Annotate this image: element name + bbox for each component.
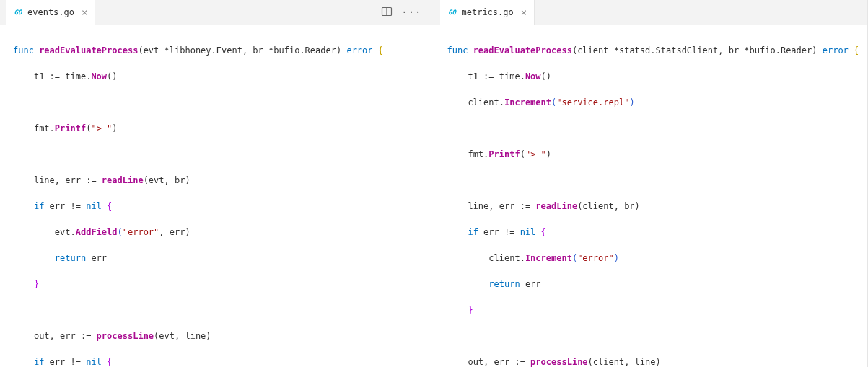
tab-actions-left: ···	[381, 6, 427, 19]
code-line: if err != nil {	[13, 355, 434, 367]
tab-label: events.go	[27, 7, 74, 17]
code-line: client.Increment("error")	[447, 252, 868, 265]
editor-pane-left: GO events.go × ··· func readEvaluateProc…	[0, 0, 434, 367]
code-line: t1 := time.Now()	[13, 70, 434, 83]
code-line: fmt.Printf("> ")	[13, 122, 434, 135]
code-line	[13, 96, 434, 109]
code-line	[447, 122, 868, 135]
go-file-icon: GO	[13, 7, 23, 17]
code-line: return err	[447, 278, 868, 291]
code-line	[13, 148, 434, 161]
code-line: if err != nil {	[13, 200, 434, 213]
code-line	[447, 174, 868, 187]
code-line: if err != nil {	[447, 226, 868, 239]
code-line: func readEvaluateProcess(client *statsd.…	[447, 44, 868, 57]
tab-label: metrics.go	[462, 7, 514, 17]
tabbar-left: GO events.go × ···	[0, 0, 434, 25]
code-line: t1 := time.Now()	[447, 70, 868, 83]
editor-right[interactable]: func readEvaluateProcess(client *statsd.…	[434, 25, 868, 367]
code-line: line, err := readLine(client, br)	[447, 200, 868, 213]
code-line	[13, 304, 434, 317]
code-line: return err	[13, 252, 434, 265]
code-line: line, err := readLine(evt, br)	[13, 174, 434, 187]
tab-metrics-go[interactable]: GO metrics.go ×	[440, 0, 535, 25]
code-line: out, err := processLine(client, line)	[447, 355, 868, 367]
go-file-icon: GO	[447, 7, 457, 17]
code-line: fmt.Printf("> ")	[447, 148, 868, 161]
code-line: }	[13, 278, 434, 291]
editor-pane-right: GO metrics.go × func readEvaluateProcess…	[434, 0, 869, 367]
code-line: func readEvaluateProcess(evt *libhoney.E…	[13, 44, 434, 57]
code-line: client.Increment("service.repl")	[447, 96, 868, 109]
more-icon[interactable]: ···	[401, 6, 421, 18]
tabbar-right: GO metrics.go ×	[434, 0, 868, 25]
close-icon[interactable]: ×	[521, 7, 527, 17]
split-editor-icon[interactable]	[381, 6, 393, 19]
editor-left[interactable]: func readEvaluateProcess(evt *libhoney.E…	[0, 25, 434, 367]
code-line: }	[447, 304, 868, 317]
code-line: out, err := processLine(evt, line)	[13, 330, 434, 342]
tab-events-go[interactable]: GO events.go ×	[6, 0, 95, 25]
code-line: evt.AddField("error", err)	[13, 226, 434, 239]
code-line	[447, 330, 868, 342]
close-icon[interactable]: ×	[82, 7, 87, 17]
